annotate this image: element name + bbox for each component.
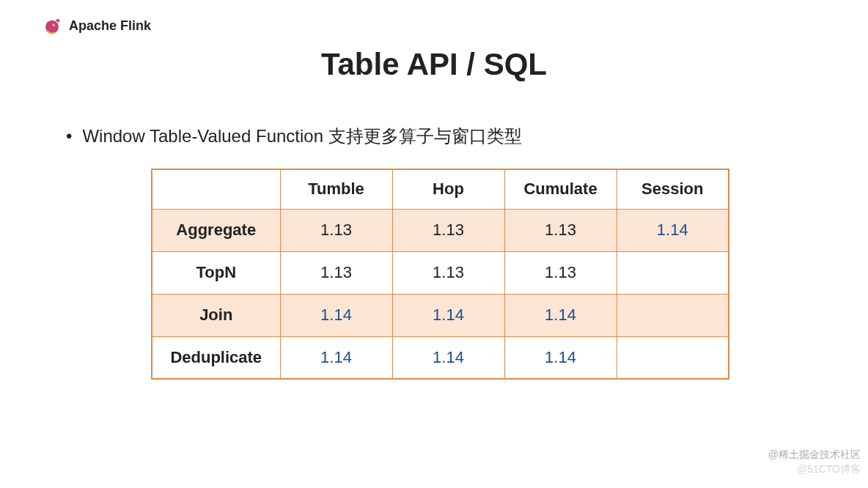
brand-label: Apache Flink <box>69 18 151 34</box>
version-support-table: Tumble Hop Cumulate Session Aggregate1.1… <box>151 169 729 380</box>
col-header-tumble: Tumble <box>280 169 392 209</box>
table-cell: 1.13 <box>504 209 617 251</box>
row-label: Aggregate <box>152 209 280 251</box>
table-cell: 1.14 <box>280 336 392 379</box>
col-header-hop: Hop <box>392 169 504 209</box>
table-row: Join1.141.141.14 <box>152 294 729 336</box>
col-header-blank <box>152 169 280 209</box>
table-cell: 1.13 <box>280 251 392 294</box>
table-cell: 1.14 <box>280 294 392 336</box>
table-cell: 1.14 <box>504 336 617 379</box>
table-cell <box>617 251 729 294</box>
table-row: TopN1.131.131.13 <box>152 251 729 294</box>
bullet-point: Window Table-Valued Function 支持更多算子与窗口类型 <box>66 125 522 148</box>
svg-point-2 <box>54 24 55 26</box>
watermark-51cto: @51CTO博客 <box>797 463 861 476</box>
table-body: Aggregate1.131.131.131.14TopN1.131.131.1… <box>152 209 729 379</box>
page-title: Table API / SQL <box>0 47 868 82</box>
table-cell: 1.13 <box>504 251 617 294</box>
col-header-session: Session <box>617 169 729 209</box>
row-label: Join <box>152 294 280 336</box>
row-label: Deduplicate <box>152 336 280 379</box>
table-cell: 1.13 <box>280 209 392 251</box>
table-cell: 1.14 <box>392 294 504 336</box>
table-cell: 1.14 <box>617 209 729 251</box>
row-label: TopN <box>152 251 280 294</box>
table-header-row: Tumble Hop Cumulate Session <box>152 169 729 209</box>
brand-header: Apache Flink <box>43 16 151 35</box>
table-cell <box>617 294 729 336</box>
table-cell: 1.13 <box>392 251 504 294</box>
table-cell: 1.14 <box>392 336 504 379</box>
flink-squirrel-icon <box>43 16 62 35</box>
table-cell: 1.13 <box>392 209 504 251</box>
table-cell <box>617 336 729 379</box>
table-cell: 1.14 <box>504 294 617 336</box>
table-row: Aggregate1.131.131.131.14 <box>152 209 729 251</box>
watermark-juejin: @稀土掘金技术社区 <box>768 448 861 462</box>
col-header-cumulate: Cumulate <box>504 169 617 209</box>
table-row: Deduplicate1.141.141.14 <box>152 336 729 379</box>
